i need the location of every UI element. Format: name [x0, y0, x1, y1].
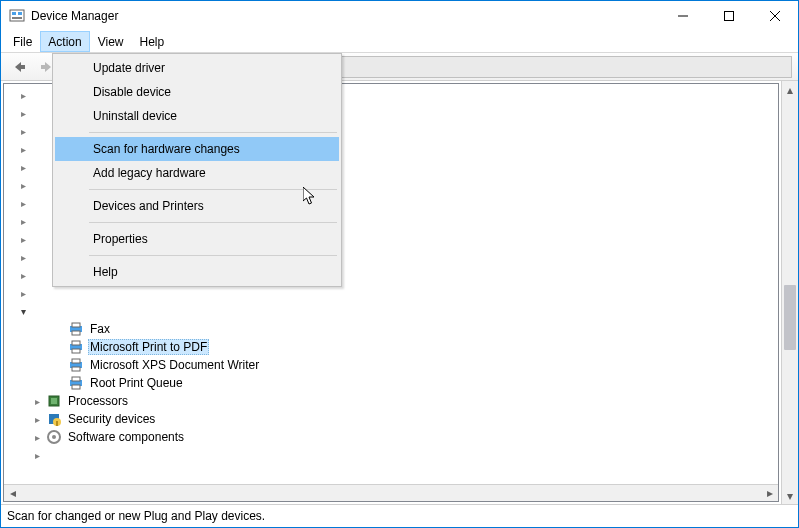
scroll-right-arrow[interactable]: ▸: [761, 485, 778, 501]
tree-item-label: Microsoft Print to PDF: [88, 339, 209, 355]
tree-item-fax[interactable]: Fax: [4, 320, 778, 338]
chevron-right-icon[interactable]: ▸: [16, 268, 30, 282]
menu-devices-printers[interactable]: Devices and Printers: [55, 194, 339, 218]
printer-icon: [68, 375, 84, 391]
menu-help[interactable]: Help: [55, 260, 339, 284]
processor-icon: [46, 393, 62, 409]
tree-category-label: Security devices: [66, 412, 157, 426]
tree-item-xps-writer[interactable]: Microsoft XPS Document Writer: [4, 356, 778, 374]
chevron-right-icon[interactable]: ▸: [30, 394, 44, 408]
svg-rect-17: [72, 359, 80, 363]
svg-rect-3: [12, 17, 22, 19]
menu-action[interactable]: Action: [40, 31, 89, 52]
tree-category-label: Software components: [66, 430, 186, 444]
device-manager-window: Device Manager File Action View Help ▸ ▸…: [0, 0, 799, 528]
menu-update-driver[interactable]: Update driver: [55, 56, 339, 80]
close-button[interactable]: [752, 1, 798, 31]
svg-rect-20: [72, 377, 80, 381]
chevron-right-icon[interactable]: ▸: [30, 412, 44, 426]
menu-view[interactable]: View: [90, 31, 132, 52]
menu-properties[interactable]: Properties: [55, 227, 339, 251]
svg-point-28: [52, 435, 56, 439]
chevron-right-icon[interactable]: ▸: [16, 178, 30, 192]
scroll-left-arrow[interactable]: ◂: [4, 485, 21, 501]
security-icon: [46, 411, 62, 427]
tree-category-processors[interactable]: ▸Processors: [4, 392, 778, 410]
svg-rect-21: [72, 385, 80, 389]
back-button[interactable]: [7, 56, 31, 78]
chevron-right-icon[interactable]: ▸: [16, 232, 30, 246]
menu-file[interactable]: File: [5, 31, 40, 52]
chevron-right-icon[interactable]: ▸: [16, 214, 30, 228]
menu-help[interactable]: Help: [132, 31, 173, 52]
svg-rect-23: [51, 398, 57, 404]
svg-rect-8: [20, 65, 25, 69]
svg-rect-11: [72, 323, 80, 327]
minimize-button[interactable]: [660, 1, 706, 31]
svg-rect-15: [72, 349, 80, 353]
tree-category-label: Processors: [66, 394, 130, 408]
horizontal-scrollbar[interactable]: ◂ ▸: [4, 484, 778, 501]
tree-item-label: Microsoft XPS Document Writer: [88, 358, 261, 372]
menu-separator: [89, 222, 337, 223]
menu-separator: [89, 255, 337, 256]
status-text: Scan for changed or new Plug and Play de…: [7, 509, 265, 523]
chevron-right-icon[interactable]: ▸: [16, 286, 30, 300]
chevron-right-icon[interactable]: ▸: [16, 106, 30, 120]
svg-rect-18: [72, 367, 80, 371]
menu-disable-device[interactable]: Disable device: [55, 80, 339, 104]
svg-rect-1: [12, 12, 16, 15]
svg-rect-9: [41, 65, 46, 69]
tree-category-security[interactable]: ▸Security devices: [4, 410, 778, 428]
maximize-button[interactable]: [706, 1, 752, 31]
menu-add-legacy[interactable]: Add legacy hardware: [55, 161, 339, 185]
chevron-down-icon[interactable]: ▾: [16, 304, 30, 318]
svg-rect-0: [10, 10, 24, 21]
chevron-right-icon[interactable]: ▸: [16, 88, 30, 102]
menu-scan-hardware[interactable]: Scan for hardware changes: [55, 137, 339, 161]
chevron-right-icon[interactable]: ▸: [30, 430, 44, 444]
chevron-right-icon[interactable]: ▸: [16, 124, 30, 138]
printer-icon: [68, 357, 84, 373]
statusbar: Scan for changed or new Plug and Play de…: [1, 505, 798, 527]
titlebar: Device Manager: [1, 1, 798, 31]
printer-icon: [68, 321, 84, 337]
chevron-right-icon[interactable]: ▸: [30, 448, 44, 462]
tree-category-software[interactable]: ▸Software components: [4, 428, 778, 446]
svg-rect-26: [56, 421, 58, 426]
menu-separator: [89, 132, 337, 133]
svg-rect-12: [72, 331, 80, 335]
scroll-thumb[interactable]: [784, 285, 796, 350]
window-title: Device Manager: [31, 9, 118, 23]
tree-category-expanded[interactable]: ▾: [4, 302, 778, 320]
tree-item-root-print-queue[interactable]: Root Print Queue: [4, 374, 778, 392]
scroll-down-arrow[interactable]: ▾: [782, 487, 798, 504]
tree-item-label: Root Print Queue: [88, 376, 185, 390]
svg-rect-5: [725, 12, 734, 21]
action-menu-dropdown: Update driver Disable device Uninstall d…: [52, 53, 342, 287]
software-icon: [46, 429, 62, 445]
menubar: File Action View Help: [1, 31, 798, 53]
app-icon: [9, 8, 25, 24]
tree-item-print-to-pdf[interactable]: Microsoft Print to PDF: [4, 338, 778, 356]
scroll-track[interactable]: [782, 98, 798, 487]
tree-item-label: Fax: [88, 322, 112, 336]
chevron-right-icon[interactable]: ▸: [16, 142, 30, 156]
menu-uninstall-device[interactable]: Uninstall device: [55, 104, 339, 128]
printer-icon: [68, 339, 84, 355]
tree-category-collapsed[interactable]: ▸: [4, 446, 778, 464]
chevron-right-icon[interactable]: ▸: [16, 196, 30, 210]
svg-rect-2: [18, 12, 22, 15]
svg-rect-14: [72, 341, 80, 345]
vertical-scrollbar[interactable]: ▴ ▾: [781, 81, 798, 504]
scroll-up-arrow[interactable]: ▴: [782, 81, 798, 98]
menu-separator: [89, 189, 337, 190]
chevron-right-icon[interactable]: ▸: [16, 160, 30, 174]
chevron-right-icon[interactable]: ▸: [16, 250, 30, 264]
